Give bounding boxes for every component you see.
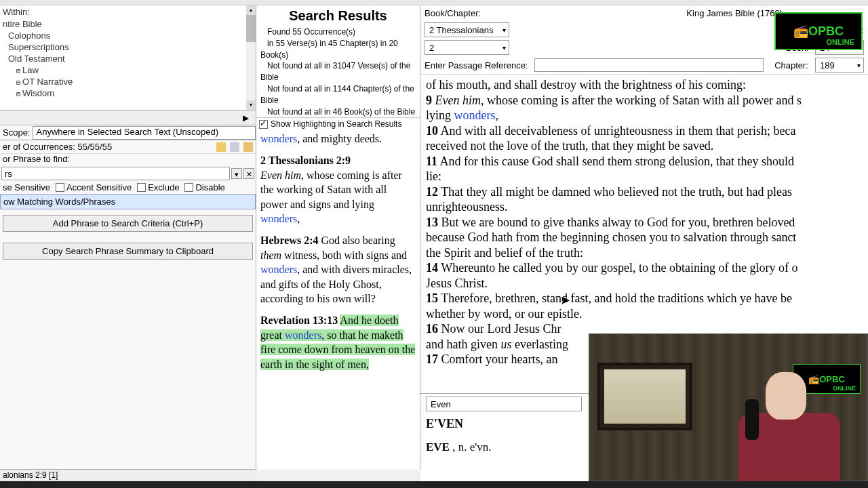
taskbar <box>0 481 868 488</box>
within-label: Within: <box>0 5 256 18</box>
tree-item[interactable]: Old Testament <box>0 53 256 64</box>
highlight-checkbox[interactable] <box>259 120 268 129</box>
folder-icon[interactable] <box>216 142 226 152</box>
results-list[interactable]: wonders, and mighty deeds. 2 Thessalonia… <box>256 130 420 470</box>
chapter-label: Chapter: <box>774 60 808 70</box>
scroll-thumb[interactable] <box>246 15 256 42</box>
disable-check[interactable]: Disable <box>184 182 224 192</box>
add-phrase-button[interactable]: Add Phrase to Search Criteria (Ctrl+P) <box>3 215 253 232</box>
phrase-input[interactable] <box>1 167 230 180</box>
video-presenter <box>718 359 854 481</box>
accent-sensitive-check[interactable]: Accent Sensitive <box>56 182 132 192</box>
tree-item[interactable]: ntire Bible <box>0 18 256 30</box>
breadcrumb-arrow-icon[interactable]: ▶ <box>239 113 253 123</box>
tree-item[interactable]: ⊞Law <box>0 64 256 76</box>
search-within-tree[interactable]: Within: ntire Bible Colophons Superscrip… <box>0 5 256 110</box>
page-icon[interactable] <box>230 142 239 152</box>
results-panel: Search Results Found 55 Occurrence(s) in… <box>256 5 420 470</box>
tree-scrollbar[interactable]: ▴ ▾ <box>246 5 256 110</box>
bible-title: King James Bible (1769) <box>686 8 783 18</box>
tree-item[interactable]: Colophons <box>0 30 256 41</box>
ref-label: Enter Passage Reference: <box>425 60 528 70</box>
scroll-down-icon[interactable]: ▾ <box>246 100 256 110</box>
highlight-label: Show Highlighting in Search Results <box>271 119 401 129</box>
breadcrumb[interactable]: ▶ <box>0 110 256 125</box>
exclude-check[interactable]: Exclude <box>137 182 179 192</box>
expand-icon[interactable]: ⊞ <box>16 90 20 98</box>
scope-select[interactable]: Anywhere in Selected Search Text (Unscop… <box>33 126 256 140</box>
occurrences-label: er of Occurrences: 55/55/55 <box>3 142 112 152</box>
brush-icon[interactable] <box>243 142 253 152</box>
result-item[interactable]: 2 Thessalonians 2:9 Even him, whose comi… <box>260 153 416 226</box>
result-item[interactable]: wonders, and mighty deeds. <box>260 131 416 146</box>
dropdown-icon[interactable]: ▾ <box>231 168 242 179</box>
result-item[interactable]: Hebrews 2:4 God also bearing them witnes… <box>260 233 416 306</box>
scope-label: Scope: <box>0 127 33 138</box>
dict-search-input[interactable] <box>426 396 582 411</box>
case-sensitive-check[interactable]: se Sensitive <box>3 182 50 192</box>
results-stats: Found 55 Occurrence(s) in 55 Verse(s) in… <box>256 26 420 117</box>
tree-item[interactable]: ⊞Wisdom <box>0 87 256 99</box>
video-overlay: 📻OPBCONLINE <box>589 333 868 481</box>
tree-item[interactable]: Superscriptions <box>0 41 256 53</box>
microphone-icon <box>745 399 759 440</box>
phrase-label: or Phrase to find: <box>0 154 256 166</box>
expand-icon[interactable]: ⊞ <box>16 79 20 86</box>
expand-icon[interactable]: ⊞ <box>16 67 20 75</box>
left-panel: Within: ntire Bible Colophons Superscrip… <box>0 5 256 470</box>
chapter-num-dropdown[interactable]: 189 <box>815 58 864 73</box>
clear-icon[interactable]: ✕ <box>243 168 254 179</box>
matching-words-row[interactable]: ow Matching Words/Phrases <box>0 194 256 209</box>
book-dropdown[interactable]: 2 Thessalonians <box>425 22 509 37</box>
scroll-up-icon[interactable]: ▴ <box>246 5 256 15</box>
tree-item[interactable]: ⊞OT Narrative <box>0 76 256 87</box>
copy-summary-button[interactable]: Copy Search Phrase Summary to Clipboard <box>3 243 253 260</box>
results-title: Search Results <box>256 5 420 26</box>
status-bar: alonians 2:9 [1] <box>0 469 256 481</box>
chapter-dropdown[interactable]: 2 <box>425 40 509 55</box>
bookchapter-label: Book/Chapter: <box>425 8 481 18</box>
wall-picture <box>597 363 692 430</box>
opbc-logo: 📻OPBCONLINE <box>774 12 863 50</box>
ref-input[interactable] <box>534 58 764 72</box>
result-item[interactable]: Revelation 13:13 And he doeth great wond… <box>260 313 416 371</box>
